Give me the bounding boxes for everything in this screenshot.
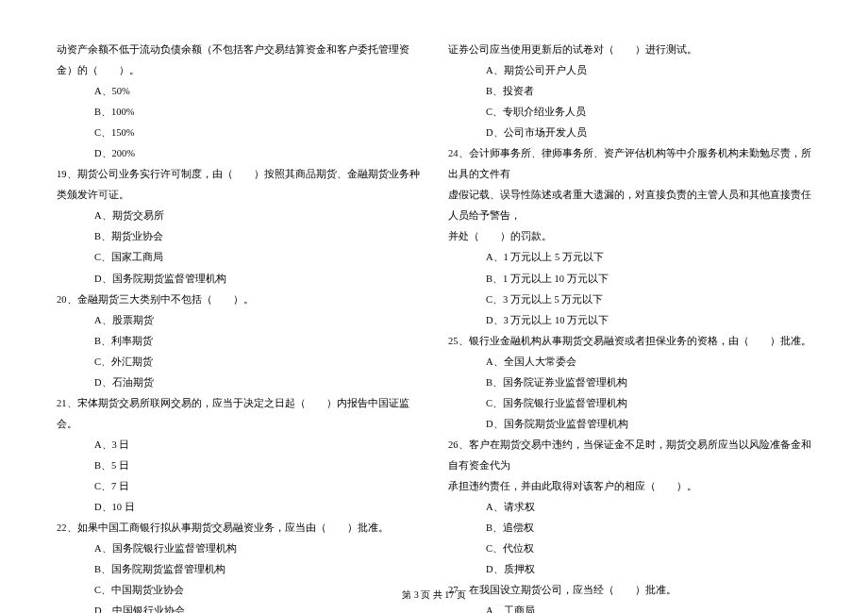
q27-opt-a: A、工商局 <box>448 601 811 613</box>
q25-opt-a: A、全国人大常委会 <box>448 352 811 373</box>
q19-opt-d: D、国务院期货监督管理机构 <box>57 269 420 290</box>
q26-opt-b: B、追偿权 <box>448 518 811 538</box>
q18-opt-c: C、150% <box>57 123 420 143</box>
q25-opt-b: B、国务院证券业监督管理机构 <box>448 373 811 393</box>
q26-opt-d: D、质押权 <box>448 559 811 580</box>
q25-opt-c: C、国务院银行业监督管理机构 <box>448 393 811 414</box>
q20-opt-a: A、股票期货 <box>57 310 420 331</box>
q18-opt-b: B、100% <box>57 102 420 123</box>
q19-opt-a: A、期货交易所 <box>57 206 420 226</box>
q20-opt-d: D、石油期货 <box>57 373 420 393</box>
q25-opt-d: D、国务院期货业监督管理机构 <box>448 414 811 435</box>
q24-text-line1: 24、会计师事务所、律师事务所、资产评估机构等中介服务机构未勤勉尽责，所出具的文… <box>448 143 811 185</box>
q18-opt-a: A、50% <box>57 81 420 102</box>
q18-opt-d: D、200% <box>57 143 420 164</box>
q23-continuation: 证券公司应当使用更新后的试卷对（ ）进行测试。 <box>448 40 811 60</box>
q19-opt-c: C、国家工商局 <box>57 247 420 268</box>
q26-opt-a: A、请求权 <box>448 497 811 518</box>
page-footer: 第 3 页 共 17 页 <box>0 588 868 602</box>
q26-text-line1: 26、客户在期货交易中违约，当保证金不足时，期货交易所应当以风险准备金和自有资金… <box>448 435 811 476</box>
q21-opt-d: D、10 日 <box>57 497 420 518</box>
q23-opt-b: B、投资者 <box>448 81 811 102</box>
q23-opt-c: C、专职介绍业务人员 <box>448 102 811 123</box>
q21-opt-c: C、7 日 <box>57 476 420 497</box>
q22-opt-d: D、中国银行业协会 <box>57 601 420 613</box>
q22-opt-b: B、国务院期货监督管理机构 <box>57 559 420 580</box>
q24-text-line2: 虚假记载、误导性陈述或者重大遗漏的，对直接负责的主管人员和其他直接责任人员给予警… <box>448 185 811 226</box>
q22-text: 22、如果中国工商银行拟从事期货交易融资业务，应当由（ ）批准。 <box>57 518 420 538</box>
q20-opt-c: C、外汇期货 <box>57 352 420 373</box>
q26-text-line2: 承担违约责任，并由此取得对该客户的相应（ ）。 <box>448 476 811 497</box>
q20-opt-b: B、利率期货 <box>57 331 420 352</box>
q25-text: 25、银行业金融机构从事期货交易融资或者担保业务的资格，由（ ）批准。 <box>448 331 811 352</box>
q18-continuation: 动资产余额不低于流动负债余额（不包括客户交易结算资金和客户委托管理资金）的（ ）… <box>57 40 420 81</box>
q24-opt-b: B、1 万元以上 10 万元以下 <box>448 269 811 290</box>
q21-text: 21、宋体期货交易所联网交易的，应当于决定之日起（ ）内报告中国证监会。 <box>57 393 420 435</box>
q22-opt-a: A、国务院银行业监督管理机构 <box>57 538 420 559</box>
left-column: 动资产余额不低于流动负债余额（不包括客户交易结算资金和客户委托管理资金）的（ ）… <box>57 40 420 613</box>
q24-opt-d: D、3 万元以上 10 万元以下 <box>448 310 811 331</box>
q24-opt-c: C、3 万元以上 5 万元以下 <box>448 290 811 310</box>
right-column: 证券公司应当使用更新后的试卷对（ ）进行测试。 A、期货公司开户人员 B、投资者… <box>448 40 811 613</box>
q21-opt-a: A、3 日 <box>57 435 420 456</box>
q20-text: 20、金融期货三大类别中不包括（ ）。 <box>57 290 420 310</box>
q19-opt-b: B、期货业协会 <box>57 226 420 247</box>
q19-text: 19、期货公司业务实行许可制度，由（ ）按照其商品期货、金融期货业务种类颁发许可… <box>57 164 420 206</box>
q23-opt-a: A、期货公司开户人员 <box>448 60 811 81</box>
q21-opt-b: B、5 日 <box>57 456 420 476</box>
q26-opt-c: C、代位权 <box>448 538 811 559</box>
q24-opt-a: A、1 万元以上 5 万元以下 <box>448 247 811 268</box>
q23-opt-d: D、公司市场开发人员 <box>448 123 811 143</box>
q24-text-line3: 并处（ ）的罚款。 <box>448 226 811 247</box>
